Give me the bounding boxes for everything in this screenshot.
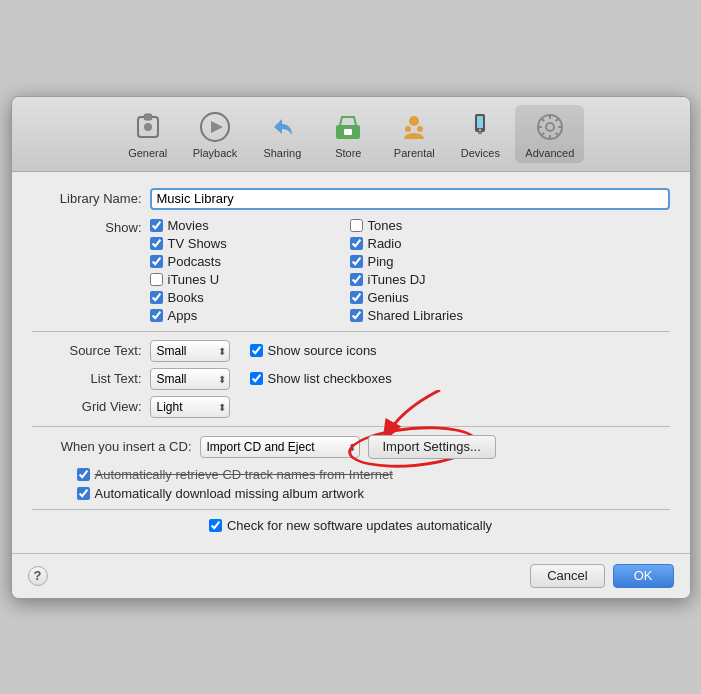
checkboxes-grid: Movies Tones TV Shows Radio Podcasts: [150, 218, 530, 323]
playback-label: Playback: [193, 147, 238, 159]
checkbox-itunes-dj[interactable]: iTunes DJ: [350, 272, 530, 287]
list-text-select-wrapper: Small Medium Large: [150, 368, 230, 390]
general-icon: [130, 109, 166, 145]
software-update-check[interactable]: Check for new software updates automatic…: [209, 518, 492, 533]
source-text-row: Source Text: Small Medium Large Show sou…: [32, 340, 670, 362]
checkbox-genius[interactable]: Genius: [350, 290, 530, 305]
show-source-icons-check[interactable]: Show source icons: [250, 343, 377, 358]
bottom-buttons: Cancel OK: [530, 564, 673, 588]
devices-icon: [462, 109, 498, 145]
preferences-window: General Playback Sharing: [11, 96, 691, 599]
divider-2: [32, 426, 670, 427]
store-label: Store: [335, 147, 361, 159]
show-section: Show: Movies Tones TV Shows Radio: [32, 218, 670, 323]
grid-view-select-wrapper: Light Dark: [150, 396, 230, 418]
advanced-label: Advanced: [525, 147, 574, 159]
show-list-checkboxes-check[interactable]: Show list checkboxes: [250, 371, 392, 386]
cancel-button[interactable]: Cancel: [530, 564, 604, 588]
source-text-select-wrapper: Small Medium Large: [150, 340, 230, 362]
svg-marker-4: [211, 121, 223, 133]
library-name-row: Library Name:: [32, 188, 670, 210]
ok-button[interactable]: OK: [613, 564, 674, 588]
content-area: Library Name: Show: Movies Tones TV Show…: [12, 172, 690, 553]
checkbox-tones[interactable]: Tones: [350, 218, 530, 233]
checkbox-shared-libraries[interactable]: Shared Libraries: [350, 308, 530, 323]
divider-1: [32, 331, 670, 332]
checkbox-books[interactable]: Books: [150, 290, 330, 305]
svg-point-2: [144, 123, 152, 131]
devices-label: Devices: [461, 147, 500, 159]
toolbar-item-playback[interactable]: Playback: [183, 105, 248, 163]
source-text-right: Small Medium Large Show source icons: [150, 340, 670, 362]
library-name-label: Library Name:: [32, 191, 142, 206]
insert-cd-select-wrapper: Show CD Begin Playing Ask To Import CD I…: [200, 436, 360, 458]
store-icon: [330, 109, 366, 145]
source-text-select[interactable]: Small Medium Large: [150, 340, 230, 362]
general-label: General: [128, 147, 167, 159]
playback-icon: [197, 109, 233, 145]
grid-view-row: Grid View: Light Dark: [32, 396, 670, 418]
toolbar-item-store[interactable]: Store: [317, 105, 379, 163]
import-settings-button[interactable]: Import Settings...: [368, 435, 496, 459]
sharing-label: Sharing: [263, 147, 301, 159]
bottom-bar: ? Cancel OK: [12, 553, 690, 598]
grid-view-label: Grid View:: [32, 399, 142, 414]
import-settings-wrapper: Import Settings...: [360, 435, 496, 459]
toolbar: General Playback Sharing: [12, 97, 690, 172]
svg-point-9: [417, 126, 423, 132]
source-text-label: Source Text:: [32, 343, 142, 358]
advanced-icon: [532, 109, 568, 145]
insert-cd-row: When you insert a CD: Show CD Begin Play…: [32, 435, 670, 459]
svg-point-8: [405, 126, 411, 132]
checkbox-movies[interactable]: Movies: [150, 218, 330, 233]
sharing-icon: [264, 109, 300, 145]
parental-label: Parental: [394, 147, 435, 159]
svg-rect-13: [478, 132, 482, 134]
svg-rect-6: [344, 129, 352, 135]
svg-rect-1: [144, 114, 152, 120]
insert-cd-label: When you insert a CD:: [32, 439, 192, 454]
toolbar-item-parental[interactable]: Parental: [383, 105, 445, 163]
parental-icon: [396, 109, 432, 145]
help-button[interactable]: ?: [28, 566, 48, 586]
auto-section: Automatically retrieve CD track names fr…: [32, 467, 670, 501]
grid-view-select[interactable]: Light Dark: [150, 396, 230, 418]
auto-download-check[interactable]: Automatically download missing album art…: [77, 486, 670, 501]
svg-rect-11: [477, 116, 483, 128]
auto-retrieve-check[interactable]: Automatically retrieve CD track names fr…: [77, 467, 670, 482]
svg-point-15: [546, 123, 554, 131]
library-name-input[interactable]: [150, 188, 670, 210]
toolbar-item-devices[interactable]: Devices: [449, 105, 511, 163]
toolbar-item-advanced[interactable]: Advanced: [515, 105, 584, 163]
svg-point-7: [409, 116, 419, 126]
svg-point-12: [479, 128, 482, 131]
checkbox-podcasts[interactable]: Podcasts: [150, 254, 330, 269]
svg-line-23: [541, 132, 544, 135]
show-label: Show:: [32, 218, 142, 323]
checkbox-ping[interactable]: Ping: [350, 254, 530, 269]
svg-line-20: [541, 118, 544, 121]
toolbar-item-sharing[interactable]: Sharing: [251, 105, 313, 163]
checkbox-itunes-u[interactable]: iTunes U: [150, 272, 330, 287]
list-text-row: List Text: Small Medium Large Show list …: [32, 368, 670, 390]
divider-3: [32, 509, 670, 510]
checkbox-apps[interactable]: Apps: [150, 308, 330, 323]
list-text-right: Small Medium Large Show list checkboxes: [150, 368, 670, 390]
list-text-label: List Text:: [32, 371, 142, 386]
svg-line-21: [556, 132, 559, 135]
svg-line-22: [556, 118, 559, 121]
checkbox-tv-shows[interactable]: TV Shows: [150, 236, 330, 251]
list-text-select[interactable]: Small Medium Large: [150, 368, 230, 390]
checkbox-radio[interactable]: Radio: [350, 236, 530, 251]
toolbar-item-general[interactable]: General: [117, 105, 179, 163]
software-update-section: Check for new software updates automatic…: [32, 518, 670, 533]
insert-cd-select[interactable]: Show CD Begin Playing Ask To Import CD I…: [200, 436, 360, 458]
